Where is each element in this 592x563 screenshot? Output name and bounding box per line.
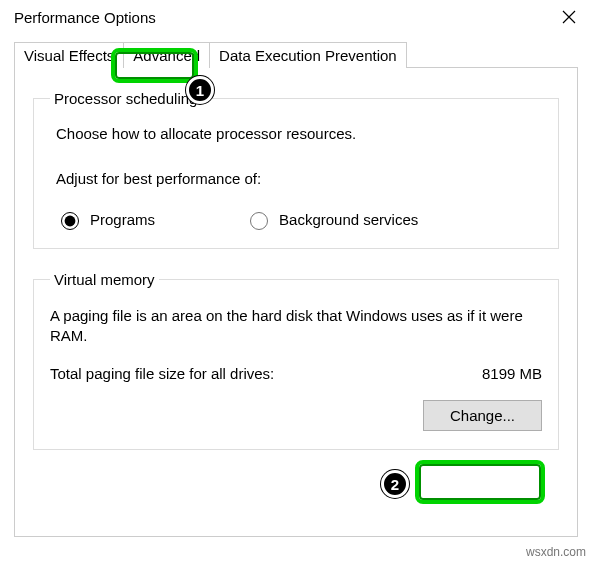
processor-scheduling-legend: Processor scheduling [50, 90, 201, 107]
processor-scheduling-group: Processor scheduling Choose how to alloc… [33, 90, 559, 249]
vm-desc: A paging file is an area on the hard dis… [50, 306, 542, 347]
radio-background[interactable]: Background services [245, 209, 418, 230]
radio-background-input[interactable] [250, 212, 268, 230]
tab-advanced[interactable]: Advanced [123, 42, 210, 68]
close-icon[interactable] [560, 8, 578, 26]
tab-strip: Visual Effects Advanced Data Execution P… [14, 42, 592, 68]
window-title: Performance Options [14, 9, 156, 26]
vm-size-value: 8199 MB [482, 365, 542, 382]
vm-size-label: Total paging file size for all drives: [50, 365, 274, 382]
radio-programs-input[interactable] [61, 212, 79, 230]
radio-background-label: Background services [279, 211, 418, 228]
virtual-memory-group: Virtual memory A paging file is an area … [33, 271, 559, 450]
tab-dep[interactable]: Data Execution Prevention [209, 42, 407, 68]
tab-content-advanced: Processor scheduling Choose how to alloc… [14, 67, 578, 537]
radio-programs[interactable]: Programs [56, 209, 155, 230]
tab-visual-effects[interactable]: Visual Effects [14, 42, 124, 68]
radio-programs-label: Programs [90, 211, 155, 228]
virtual-memory-legend: Virtual memory [50, 271, 159, 288]
watermark: wsxdn.com [526, 545, 586, 559]
titlebar: Performance Options [0, 0, 592, 36]
processor-desc: Choose how to allocate processor resourc… [56, 125, 542, 142]
change-button[interactable]: Change... [423, 400, 542, 431]
adjust-label: Adjust for best performance of: [56, 170, 542, 187]
